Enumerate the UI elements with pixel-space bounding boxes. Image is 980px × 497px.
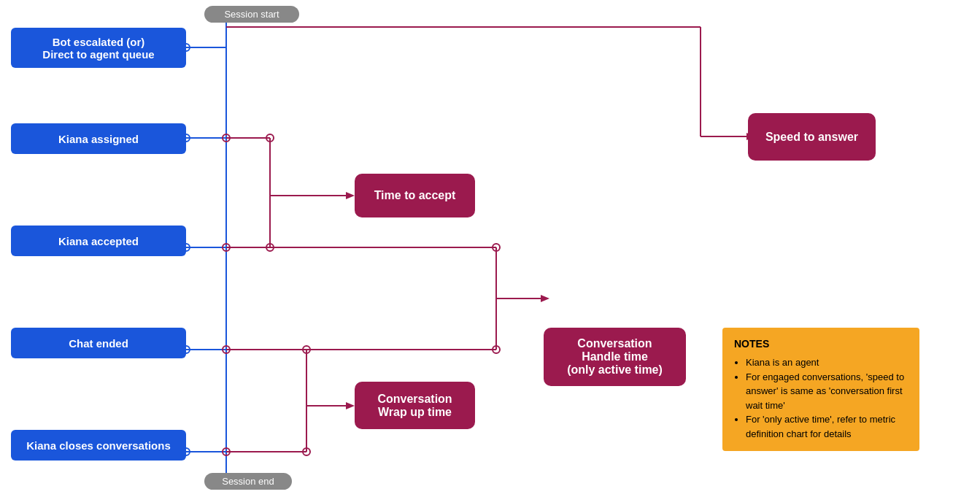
svg-marker-39: [346, 402, 355, 409]
svg-point-16: [266, 134, 274, 142]
notes-item-1: Kiana is an agent: [746, 355, 908, 370]
metric-box-conversation-handle: Conversation Handle time (only active ti…: [544, 328, 686, 386]
notes-item-2: For engaged conversations, 'speed to ans…: [746, 370, 908, 413]
event-box-kiana-accepted: Kiana accepted: [11, 226, 186, 256]
event-box-kiana-closes: Kiana closes conversations: [11, 430, 186, 461]
metric-box-time-to-accept: Time to accept: [355, 174, 475, 217]
notes-box: NOTES Kiana is an agent For engaged conv…: [722, 328, 919, 451]
notes-title: NOTES: [734, 338, 908, 350]
svg-marker-32: [541, 295, 549, 302]
svg-point-27: [493, 244, 500, 251]
session-end-label: Session end: [204, 473, 292, 490]
notes-list: Kiana is an agent For engaged conversati…: [734, 355, 908, 441]
event-box-chat-ended: Chat ended: [11, 328, 186, 358]
svg-point-5: [223, 134, 230, 142]
metric-box-speed-to-answer: Speed to answer: [748, 113, 876, 161]
notes-item-3: For 'only active time', refer to metric …: [746, 412, 908, 441]
diagram-container: Session start Session end Bot escalated …: [0, 0, 980, 497]
svg-point-11: [223, 346, 230, 353]
svg-point-29: [493, 346, 500, 353]
svg-point-34: [303, 346, 310, 353]
svg-point-14: [223, 448, 230, 455]
metric-box-conversation-wrap: Conversation Wrap up time: [355, 382, 475, 429]
svg-point-18: [266, 244, 274, 251]
session-start-label: Session start: [204, 6, 299, 23]
svg-point-36: [303, 448, 310, 455]
event-box-kiana-assigned: Kiana assigned: [11, 123, 186, 154]
event-box-bot-escalated: Bot escalated (or) Direct to agent queue: [11, 28, 186, 68]
svg-point-8: [223, 244, 230, 251]
svg-marker-21: [346, 192, 355, 199]
